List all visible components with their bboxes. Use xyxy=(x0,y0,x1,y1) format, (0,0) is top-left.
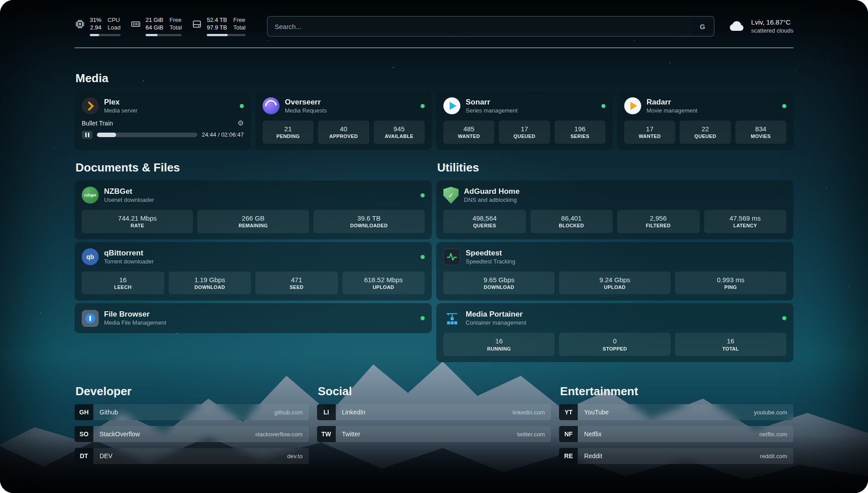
speedtest-card[interactable]: Speedtest Speedtest Tracking 9.65 Gbps D… xyxy=(436,242,793,301)
plex-card[interactable]: Plex Media server Bullet Train 24:44 / 0… xyxy=(75,91,251,150)
status-dot xyxy=(421,316,425,320)
qbittorrent-card[interactable]: qb qBittorrent Torrent downloader 16 LEE… xyxy=(75,242,432,301)
stat-movies: 834 MOVIES xyxy=(735,121,786,144)
bookmark-reddit[interactable]: RE Reddit reddit.com xyxy=(559,448,793,464)
stat-label: RUNNING xyxy=(487,346,511,352)
bookmark-dev[interactable]: DT DEV dev.to xyxy=(75,448,309,464)
playback-progress-bar[interactable] xyxy=(97,133,197,137)
status-dot xyxy=(782,316,786,320)
service-subtitle: Container management xyxy=(466,319,526,327)
status-dot xyxy=(421,104,425,108)
stat-value: 9.65 Gbps xyxy=(484,276,514,284)
stat-label: DOWNLOAD xyxy=(195,284,225,290)
stat-value: 0 xyxy=(613,337,617,346)
stat-pending: 21 PENDING xyxy=(263,121,313,144)
sonarr-card[interactable]: Sonarr Series management 485 WANTED 17 Q… xyxy=(436,91,613,150)
overseerr-icon xyxy=(263,97,280,114)
stat-value: 266 GB xyxy=(242,214,265,223)
section-media: Media Plex Media server Bullet Train xyxy=(75,71,793,150)
bookmark-domain: netflix.com xyxy=(760,431,793,438)
portainer-card[interactable]: Media Portainer Container management 16 … xyxy=(436,303,793,362)
section-utilities: Utilities AdGuard Home DNS and adblockin… xyxy=(436,161,793,362)
stat-seed: 471 SEED xyxy=(255,272,338,295)
stat-value: 485 xyxy=(463,125,475,134)
qbittorrent-icon-text: qb xyxy=(86,253,94,260)
cpu-load-label: Load xyxy=(108,24,121,32)
cpu-usage-value: 31% xyxy=(90,17,101,24)
stat-available: 945 AVAILABLE xyxy=(374,121,425,144)
bookmark-abbr: LI xyxy=(317,404,336,420)
stat-value: 2,956 xyxy=(650,214,667,223)
settings-gear-icon[interactable] xyxy=(238,120,244,127)
status-dot xyxy=(601,104,605,108)
memory-free-label: Free xyxy=(170,17,182,24)
bookmark-abbr: GH xyxy=(75,404,93,420)
dashboard-screen: 31% 2.94 CPU Load xyxy=(0,0,868,493)
bookmark-domain: stackoverflow.com xyxy=(255,431,309,438)
stat-filtered: 2,956 FILTERED xyxy=(617,210,700,233)
filebrowser-card[interactable]: File Browser Media File Management xyxy=(75,303,432,333)
stat-remaining: 266 GB REMAINING xyxy=(197,210,309,233)
memory-monitor: 21 GiB 64 GiB Free Total xyxy=(130,17,182,37)
stat-label: WANTED xyxy=(458,133,480,139)
bookmark-abbr: YT xyxy=(559,404,578,420)
service-subtitle: Media Requests xyxy=(285,107,327,115)
memory-total-label: Total xyxy=(170,24,182,32)
stat-value: 16 xyxy=(119,276,127,284)
stat-value: 17 xyxy=(521,125,528,134)
stat-wanted: 485 WANTED xyxy=(443,121,494,144)
radarr-icon xyxy=(624,97,641,114)
nzbget-icon-text: nzbget xyxy=(84,193,96,197)
stat-label: WANTED xyxy=(638,133,660,139)
bookmark-name: Netflix xyxy=(578,430,601,438)
bookmark-domain: github.com xyxy=(274,409,309,416)
bookmark-youtube[interactable]: YT YouTube youtube.com xyxy=(559,404,793,420)
search-bar: G xyxy=(267,16,714,37)
stat-value: 16 xyxy=(495,337,503,346)
service-name: AdGuard Home xyxy=(464,187,520,196)
service-name: File Browser xyxy=(104,309,166,319)
search-input[interactable] xyxy=(267,16,714,37)
service-name: Plex xyxy=(104,97,138,107)
nzbget-card[interactable]: nzbget NZBGet Usenet downloader 744.21 M… xyxy=(75,180,432,239)
section-title-media: Media xyxy=(75,71,793,85)
bookmark-name: StackOverflow xyxy=(93,430,140,438)
overseerr-card[interactable]: Overseerr Media Requests 21 PENDING 40 A… xyxy=(255,91,432,150)
bookmark-stackoverflow[interactable]: SO StackOverflow stackoverflow.com xyxy=(75,426,309,442)
stat-series: 196 SERIES xyxy=(555,121,605,144)
adguard-shield-icon xyxy=(443,187,459,204)
disk-progress-bar xyxy=(207,34,246,36)
bookmark-abbr: SO xyxy=(75,426,93,442)
adguard-card[interactable]: AdGuard Home DNS and adblocking 498,564 … xyxy=(436,180,793,239)
stat-queued: 17 QUEUED xyxy=(499,121,550,144)
stat-value: 471 xyxy=(291,276,302,284)
cpu-icon xyxy=(75,19,85,29)
service-name: Media Portainer xyxy=(466,309,526,319)
stat-label: DOWNLOAD xyxy=(484,284,514,290)
section-title-social: Social xyxy=(318,384,551,398)
radarr-card[interactable]: Radarr Movie management 17 WANTED 22 QUE… xyxy=(617,91,793,150)
search-provider-button[interactable]: G xyxy=(693,18,712,34)
cpu-monitor: 31% 2.94 CPU Load xyxy=(75,17,121,37)
memory-icon xyxy=(130,19,141,29)
stat-value: 47.569 ms xyxy=(730,214,761,223)
stat-label: PING xyxy=(724,284,737,290)
bookmark-name: Reddit xyxy=(578,452,602,460)
pause-button[interactable] xyxy=(82,131,92,139)
bookmark-abbr: NF xyxy=(559,426,578,442)
service-name: Radarr xyxy=(647,97,697,107)
bookmark-netflix[interactable]: NF Netflix netflix.com xyxy=(559,426,793,442)
bookmark-twitter[interactable]: TW Twitter twitter.com xyxy=(317,426,551,442)
bookmark-name: Github xyxy=(93,409,118,416)
stat-stopped: 0 STOPPED xyxy=(559,333,670,356)
bookmark-abbr: RE xyxy=(559,448,578,464)
bookmark-linkedin[interactable]: LI LinkedIn linkedin.com xyxy=(317,404,551,420)
section-documents: Documents & Files nzbget NZBGet Usenet d… xyxy=(75,161,432,334)
top-bar: 31% 2.94 CPU Load xyxy=(75,16,793,37)
stat-value: 196 xyxy=(574,125,585,134)
disk-free-value: 52.4 TB xyxy=(207,17,227,24)
bookmark-github[interactable]: GH Github github.com xyxy=(75,404,309,420)
stat-value: 618.52 Mbps xyxy=(364,276,403,284)
weather-location: Lviv, 16.87°C xyxy=(751,18,793,27)
service-subtitle: Series management xyxy=(466,107,517,115)
